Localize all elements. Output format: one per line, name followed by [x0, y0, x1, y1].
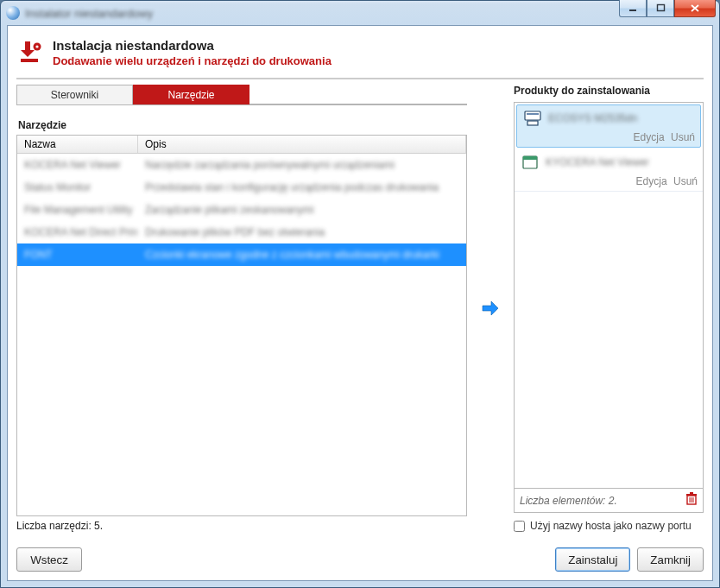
remove-link[interactable]: Usuń	[673, 175, 698, 187]
trash-icon[interactable]	[685, 492, 698, 509]
left-pane: Sterowniki Narzędzie Narzędzie Nazwa Opi…	[16, 85, 467, 532]
table-row[interactable]: KOCERA Net Direct Print Drukowanie plikó…	[17, 221, 466, 243]
page-title: Instalacja niestandardowa	[53, 38, 332, 53]
svg-rect-5	[525, 111, 540, 120]
body: Sterowniki Narzędzie Narzędzie Nazwa Opi…	[16, 85, 704, 532]
svg-rect-0	[629, 9, 636, 11]
svg-rect-6	[527, 113, 539, 115]
maximize-button[interactable]	[647, 0, 674, 17]
tabs: Sterowniki Narzędzie	[16, 85, 467, 105]
right-pane: Produkty do zainstalowania ECOSYS M2535d…	[514, 85, 704, 532]
svg-rect-7	[527, 121, 538, 125]
window-controls	[619, 0, 716, 17]
svg-rect-9	[523, 156, 537, 160]
edit-link[interactable]: Edycja	[636, 175, 667, 187]
tools-count: Liczba narzędzi: 5.	[16, 520, 467, 532]
back-button[interactable]: Wstecz	[16, 547, 82, 572]
table-header: Nazwa Opis	[17, 136, 466, 154]
svg-rect-4	[21, 59, 38, 62]
minimize-button[interactable]	[619, 0, 647, 17]
product-item[interactable]: KYOCERA Net Viewer Edycja Usuń	[515, 149, 703, 192]
svg-point-3	[35, 45, 38, 47]
tab-drivers[interactable]: Sterowniki	[16, 85, 133, 104]
hostname-checkbox-row[interactable]: Użyj nazwy hosta jako nazwy portu	[514, 520, 704, 532]
hostname-label: Użyj nazwy hosta jako nazwy portu	[530, 520, 692, 532]
col-desc[interactable]: Opis	[138, 136, 466, 153]
window-title: Instalator niestandardowy	[25, 7, 714, 20]
table-body: KOCERA Net Viewer Narzędzie zarządzania …	[17, 154, 466, 515]
add-arrow[interactable]	[477, 300, 503, 317]
footer: Wstecz Zainstaluj Zamknij	[16, 532, 704, 572]
product-item[interactable]: ECOSYS M2535dn Edycja Usuń	[516, 104, 701, 148]
titlebar: Instalator niestandardowy	[1, 1, 719, 25]
product-name: KYOCERA Net Viewer	[546, 156, 698, 168]
client-area: Instalacja niestandardowa Dodawanie wiel…	[7, 25, 713, 581]
remove-link[interactable]: Usuń	[671, 131, 695, 143]
col-name[interactable]: Nazwa	[17, 136, 138, 153]
install-icon	[18, 40, 44, 64]
page-subtitle: Dodawanie wielu urządzeń i narzędzi do d…	[53, 54, 332, 67]
tab-tools[interactable]: Narzędzie	[133, 85, 249, 104]
table-row[interactable]: File Management Utility Zarządzanie plik…	[17, 199, 466, 221]
summary-text: Liczba elementów: 2.	[520, 495, 685, 507]
section-label: Narzędzie	[18, 119, 467, 131]
table-row[interactable]: KOCERA Net Viewer Narzędzie zarządzania …	[17, 154, 466, 176]
window: Instalator niestandardowy	[0, 0, 720, 588]
svg-rect-1	[657, 5, 664, 11]
app-icon	[6, 6, 20, 20]
table-row[interactable]: FONT Czcionki ekranowe zgodne z czcionka…	[17, 243, 466, 266]
tools-table: Nazwa Opis KOCERA Net Viewer Narzędzie z…	[16, 135, 467, 516]
product-list: ECOSYS M2535dn Edycja Usuń	[514, 102, 704, 489]
hostname-checkbox[interactable]	[514, 521, 525, 532]
page-header: Instalacja niestandardowa Dodawanie wiel…	[16, 35, 704, 79]
close-button[interactable]	[674, 0, 716, 17]
close-dialog-button[interactable]: Zamknij	[637, 547, 704, 572]
content: Instalacja niestandardowa Dodawanie wiel…	[16, 35, 704, 572]
products-title: Produkty do zainstalowania	[514, 85, 704, 97]
table-row[interactable]: Status Monitor Przedstawia stan i konfig…	[17, 176, 466, 199]
product-name: ECOSYS M2535dn	[548, 112, 695, 124]
header-titles: Instalacja niestandardowa Dodawanie wiel…	[53, 38, 332, 67]
printer-icon	[522, 109, 543, 128]
svg-rect-12	[690, 492, 693, 494]
products-summary: Liczba elementów: 2.	[514, 489, 704, 513]
app-icon	[520, 153, 540, 172]
svg-rect-11	[686, 494, 697, 496]
install-button[interactable]: Zainstaluj	[555, 547, 630, 572]
edit-link[interactable]: Edycja	[634, 131, 665, 143]
